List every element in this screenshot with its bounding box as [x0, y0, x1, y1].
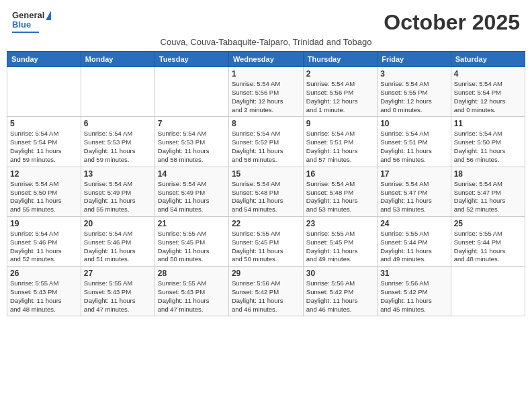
day-info: Sunrise: 5:54 AM Sunset: 5:56 PM Dayligh… — [306, 80, 374, 114]
day-info: Sunrise: 5:55 AM Sunset: 5:43 PM Dayligh… — [84, 279, 152, 314]
day-number: 1 — [232, 69, 300, 79]
day-info: Sunrise: 5:54 AM Sunset: 5:46 PM Dayligh… — [84, 230, 152, 264]
calendar-cell: 22Sunrise: 5:55 AM Sunset: 5:45 PM Dayli… — [228, 216, 303, 266]
weekday-header-tuesday: Tuesday — [154, 52, 228, 67]
logo-text-general: General — [12, 11, 44, 20]
day-number: 10 — [380, 119, 448, 128]
day-number: 5 — [10, 119, 78, 128]
calendar-table: SundayMondayTuesdayWednesdayThursdayFrid… — [7, 51, 525, 316]
month-title: October 2025 — [384, 11, 520, 34]
calendar-cell: 30Sunrise: 5:56 AM Sunset: 5:42 PM Dayli… — [303, 267, 377, 316]
calendar-cell — [7, 67, 81, 117]
calendar-cell: 25Sunrise: 5:55 AM Sunset: 5:44 PM Dayli… — [451, 216, 525, 266]
calendar-cell: 3Sunrise: 5:54 AM Sunset: 5:55 PM Daylig… — [378, 67, 451, 117]
day-number: 17 — [380, 169, 448, 179]
day-info: Sunrise: 5:54 AM Sunset: 5:53 PM Dayligh… — [158, 130, 226, 164]
calendar-cell: 19Sunrise: 5:54 AM Sunset: 5:46 PM Dayli… — [7, 216, 81, 266]
day-info: Sunrise: 5:54 AM Sunset: 5:55 PM Dayligh… — [380, 80, 448, 114]
calendar-cell: 21Sunrise: 5:55 AM Sunset: 5:45 PM Dayli… — [154, 216, 228, 266]
weekday-header-friday: Friday — [378, 52, 451, 67]
day-info: Sunrise: 5:54 AM Sunset: 5:51 PM Dayligh… — [306, 130, 374, 164]
day-number: 18 — [454, 169, 522, 179]
day-number: 13 — [84, 169, 152, 179]
calendar-cell: 23Sunrise: 5:55 AM Sunset: 5:45 PM Dayli… — [303, 216, 377, 266]
day-info: Sunrise: 5:54 AM Sunset: 5:52 PM Dayligh… — [232, 130, 300, 164]
day-number: 19 — [10, 219, 78, 228]
day-info: Sunrise: 5:54 AM Sunset: 5:46 PM Dayligh… — [10, 230, 78, 264]
logo-underline — [12, 32, 39, 33]
logo-triangle-icon — [46, 11, 51, 20]
calendar-cell: 10Sunrise: 5:54 AM Sunset: 5:51 PM Dayli… — [378, 117, 451, 167]
day-number: 21 — [158, 219, 226, 228]
title-section: October 2025 — [384, 11, 520, 34]
day-info: Sunrise: 5:54 AM Sunset: 5:49 PM Dayligh… — [84, 180, 152, 214]
day-number: 4 — [454, 69, 522, 79]
day-number: 2 — [306, 69, 374, 79]
calendar-cell: 5Sunrise: 5:54 AM Sunset: 5:54 PM Daylig… — [7, 117, 81, 167]
week-row-2: 5Sunrise: 5:54 AM Sunset: 5:54 PM Daylig… — [7, 117, 525, 167]
day-number: 11 — [454, 119, 522, 128]
day-number: 16 — [306, 169, 374, 179]
day-info: Sunrise: 5:54 AM Sunset: 5:56 PM Dayligh… — [232, 80, 300, 114]
calendar-cell: 20Sunrise: 5:54 AM Sunset: 5:46 PM Dayli… — [81, 216, 154, 266]
logo: General Blue — [12, 11, 51, 33]
day-info: Sunrise: 5:56 AM Sunset: 5:42 PM Dayligh… — [232, 279, 300, 314]
day-info: Sunrise: 5:54 AM Sunset: 5:49 PM Dayligh… — [158, 180, 226, 214]
weekday-header-monday: Monday — [81, 52, 154, 67]
day-info: Sunrise: 5:54 AM Sunset: 5:54 PM Dayligh… — [454, 80, 522, 114]
calendar-cell: 29Sunrise: 5:56 AM Sunset: 5:42 PM Dayli… — [228, 267, 303, 316]
calendar-subtitle: Couva, Couva-Tabaquite-Talparo, Trinidad… — [7, 37, 525, 47]
calendar-cell — [154, 67, 228, 117]
day-number: 15 — [232, 169, 300, 179]
day-number: 22 — [232, 219, 300, 228]
day-info: Sunrise: 5:54 AM Sunset: 5:51 PM Dayligh… — [380, 130, 448, 164]
day-info: Sunrise: 5:55 AM Sunset: 5:44 PM Dayligh… — [454, 230, 522, 264]
calendar-cell: 27Sunrise: 5:55 AM Sunset: 5:43 PM Dayli… — [81, 267, 154, 316]
day-number: 8 — [232, 119, 300, 128]
calendar-cell: 26Sunrise: 5:55 AM Sunset: 5:43 PM Dayli… — [7, 267, 81, 316]
day-number: 14 — [158, 169, 226, 179]
day-number: 20 — [84, 219, 152, 228]
day-number: 29 — [232, 269, 300, 278]
day-number: 28 — [158, 269, 226, 278]
day-info: Sunrise: 5:55 AM Sunset: 5:44 PM Dayligh… — [380, 230, 448, 264]
calendar-cell: 31Sunrise: 5:56 AM Sunset: 5:42 PM Dayli… — [378, 267, 451, 316]
calendar-cell: 17Sunrise: 5:54 AM Sunset: 5:47 PM Dayli… — [378, 167, 451, 216]
day-info: Sunrise: 5:56 AM Sunset: 5:42 PM Dayligh… — [306, 279, 374, 314]
day-info: Sunrise: 5:54 AM Sunset: 5:47 PM Dayligh… — [380, 180, 448, 214]
day-number: 9 — [306, 119, 374, 128]
calendar-cell — [451, 267, 525, 316]
weekday-header-sunday: Sunday — [7, 52, 81, 67]
day-info: Sunrise: 5:54 AM Sunset: 5:48 PM Dayligh… — [232, 180, 300, 214]
day-number: 30 — [306, 269, 374, 278]
day-number: 12 — [10, 169, 78, 179]
calendar-cell: 8Sunrise: 5:54 AM Sunset: 5:52 PM Daylig… — [228, 117, 303, 167]
calendar-cell: 16Sunrise: 5:54 AM Sunset: 5:48 PM Dayli… — [303, 167, 377, 216]
day-info: Sunrise: 5:55 AM Sunset: 5:43 PM Dayligh… — [10, 279, 78, 314]
calendar-cell — [81, 67, 154, 117]
week-row-5: 26Sunrise: 5:55 AM Sunset: 5:43 PM Dayli… — [7, 267, 525, 316]
day-number: 3 — [380, 69, 448, 79]
calendar-cell: 15Sunrise: 5:54 AM Sunset: 5:48 PM Dayli… — [228, 167, 303, 216]
calendar-cell: 1Sunrise: 5:54 AM Sunset: 5:56 PM Daylig… — [228, 67, 303, 117]
day-info: Sunrise: 5:54 AM Sunset: 5:50 PM Dayligh… — [454, 130, 522, 164]
calendar-cell: 9Sunrise: 5:54 AM Sunset: 5:51 PM Daylig… — [303, 117, 377, 167]
week-row-4: 19Sunrise: 5:54 AM Sunset: 5:46 PM Dayli… — [7, 216, 525, 266]
day-info: Sunrise: 5:55 AM Sunset: 5:45 PM Dayligh… — [232, 230, 300, 264]
day-number: 23 — [306, 219, 374, 228]
calendar-cell: 4Sunrise: 5:54 AM Sunset: 5:54 PM Daylig… — [451, 67, 525, 117]
day-number: 26 — [10, 269, 78, 278]
calendar-cell: 11Sunrise: 5:54 AM Sunset: 5:50 PM Dayli… — [451, 117, 525, 167]
calendar-cell: 12Sunrise: 5:54 AM Sunset: 5:50 PM Dayli… — [7, 167, 81, 216]
calendar-cell: 2Sunrise: 5:54 AM Sunset: 5:56 PM Daylig… — [303, 67, 377, 117]
day-number: 24 — [380, 219, 448, 228]
day-info: Sunrise: 5:54 AM Sunset: 5:47 PM Dayligh… — [454, 180, 522, 214]
day-info: Sunrise: 5:56 AM Sunset: 5:42 PM Dayligh… — [380, 279, 448, 314]
day-number: 25 — [454, 219, 522, 228]
day-info: Sunrise: 5:55 AM Sunset: 5:45 PM Dayligh… — [158, 230, 226, 264]
logo-text-blue: Blue — [12, 20, 31, 30]
calendar-cell: 6Sunrise: 5:54 AM Sunset: 5:53 PM Daylig… — [81, 117, 154, 167]
calendar-cell: 18Sunrise: 5:54 AM Sunset: 5:47 PM Dayli… — [451, 167, 525, 216]
calendar-cell: 13Sunrise: 5:54 AM Sunset: 5:49 PM Dayli… — [81, 167, 154, 216]
weekday-header-wednesday: Wednesday — [228, 52, 303, 67]
